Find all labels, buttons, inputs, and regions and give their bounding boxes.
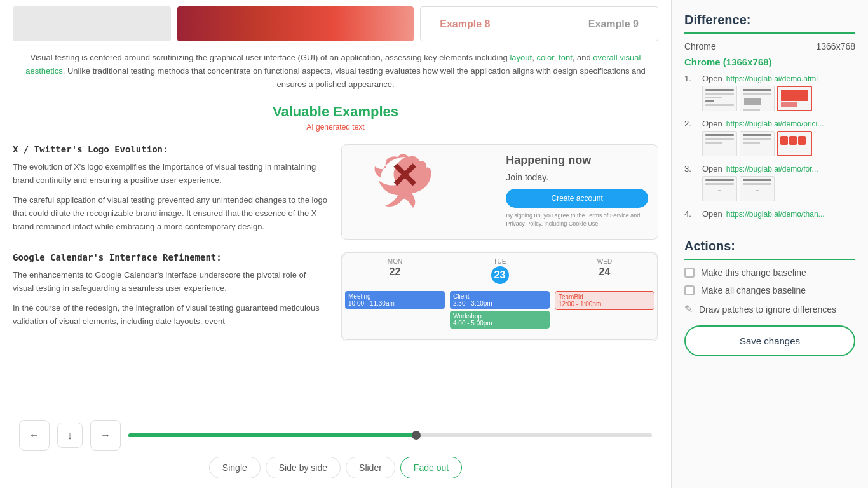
tab-slider[interactable]: Slider	[346, 457, 395, 478]
diff-item-3: 3. Open https://buglab.ai/demo/for... – …	[684, 164, 855, 201]
diff-open-btn-1[interactable]: Open	[702, 74, 722, 83]
diff-open-btn-2[interactable]: Open	[702, 119, 722, 128]
progress-bar-fill	[128, 433, 416, 437]
make-change-baseline-checkbox[interactable]	[684, 268, 695, 278]
tab-fade-out[interactable]: Fade out	[400, 457, 462, 478]
right-panel: Difference: Chrome 868x488 Chrome (1366…	[671, 0, 868, 488]
save-changes-button[interactable]: Save changes	[684, 325, 855, 356]
terms-text: By signing up, you agree to the Terms of…	[506, 212, 648, 227]
diff-resolution-value: 868x488	[816, 41, 855, 51]
diff-thumb-row-3: – –	[702, 176, 855, 201]
x-twitter-visual: ✕ Happening now Join today. Create accou…	[341, 144, 658, 240]
example8-label: Example 8	[440, 18, 490, 30]
google-calendar-section: Google Calendar's Interface Refinement: …	[13, 252, 658, 341]
diff-browser-title: Chrome (868x488)	[684, 57, 855, 67]
cal-client-event[interactable]: Client 2:30 - 3:10pm	[450, 291, 550, 309]
diff-link-2[interactable]: https://buglab.ai/demo/prici...	[726, 119, 824, 128]
patch-row: ✎ Draw patches to ignore differences	[684, 303, 855, 315]
nav-right-btn[interactable]: →	[90, 420, 121, 451]
google-calendar-title: Google Calendar's Interface Refinement:	[13, 252, 329, 262]
cal-client-title: Client	[453, 293, 546, 300]
calendar-widget: MON 22 TUE 23 WED 24	[342, 254, 658, 340]
progress-bar-track[interactable]	[128, 433, 652, 437]
cal-wed-num: 24	[556, 266, 653, 278]
twitter-right-panel: Happening now Join today. Create account…	[506, 154, 648, 227]
create-account-button[interactable]: Create account	[506, 189, 648, 208]
x-twitter-para1: The evolution of X's logo exemplifies th…	[13, 161, 329, 187]
bottom-controls: ← ↓ → Single Side by side Slider Fade ou…	[0, 410, 671, 488]
cal-teambld-event[interactable]: TeamBld 12:00 - 1:00pm	[555, 291, 654, 310]
google-calendar-visual: MON 22 TUE 23 WED 24	[341, 252, 658, 341]
cal-mon-events: Meeting 10:00 - 11:30am	[342, 288, 447, 339]
make-change-baseline-label: Make this change baseline	[701, 268, 806, 278]
x-twitter-text: X / Twitter's Logo Evolution: The evolut…	[13, 144, 329, 240]
diff-item-1-content: Open https://buglab.ai/demo.html	[702, 74, 855, 111]
cal-client-time: 2:30 - 3:10pm	[453, 300, 546, 307]
x-twitter-title: X / Twitter's Logo Evolution:	[13, 144, 329, 154]
color-link[interactable]: color	[536, 53, 553, 62]
diff-open-btn-3[interactable]: Open	[702, 164, 722, 173]
cal-meeting-event[interactable]: Meeting 10:00 - 11:30am	[345, 291, 445, 309]
diff-thumb-2a[interactable]	[702, 131, 737, 156]
cal-wed-events: TeamBld 12:00 - 1:00pm	[552, 288, 657, 339]
nav-down-btn[interactable]: ↓	[57, 423, 83, 448]
example9-label: Example 9	[588, 18, 639, 30]
twitter-combined-logo: ✕ Happening now Join today. Create accou…	[342, 147, 658, 236]
font-link[interactable]: font	[559, 53, 573, 62]
google-calendar-text: Google Calendar's Interface Refinement: …	[13, 252, 329, 341]
diff-thumb-1c[interactable]	[777, 86, 812, 111]
diff-browser-label: Chrome	[684, 41, 716, 51]
checkbox-row-1: Make this change baseline	[684, 268, 855, 278]
diff-item-2: 2. Open https://buglab.ai/demo/prici...	[684, 119, 855, 156]
diff-item-1-num: 1.	[684, 74, 697, 83]
cal-workshop-time: 4:00 - 5:00pm	[453, 320, 546, 327]
diff-item-3-num: 3.	[684, 164, 697, 173]
cal-tue-name: TUE	[451, 258, 548, 265]
cal-teambld-time: 12:00 - 1:00pm	[559, 301, 651, 308]
difference-title: Difference:	[684, 13, 855, 34]
header-examples-img: Example 8 Example 9	[420, 6, 658, 41]
diff-item-2-num: 2.	[684, 119, 697, 128]
google-calendar-para1: The enhancements to Google Calendar's in…	[13, 269, 329, 295]
header-placeholder-img	[13, 6, 171, 41]
layout-link[interactable]: layout	[510, 53, 532, 62]
join-today-text: Join today.	[506, 172, 648, 182]
make-all-changes-baseline-checkbox[interactable]	[684, 285, 695, 295]
diff-thumb-row-2	[702, 131, 855, 156]
google-calendar-para2: In the course of the redesign, the integ…	[13, 302, 329, 329]
description-paragraph: Visual testing is centered around scruti…	[13, 51, 658, 91]
cal-event-title: Meeting	[348, 293, 442, 300]
diff-link-3[interactable]: https://buglab.ai/demo/for...	[726, 165, 818, 173]
diff-thumb-3a[interactable]: –	[702, 176, 737, 201]
calendar-events: Meeting 10:00 - 11:30am Client 2:30 - 3:…	[342, 288, 657, 339]
diff-thumb-1a[interactable]	[702, 86, 737, 111]
cal-teambld-title: TeamBld	[559, 294, 651, 301]
actions-title: Actions:	[684, 239, 855, 260]
cal-workshop-event[interactable]: Workshop 4:00 - 5:00pm	[450, 311, 550, 329]
diff-item-3-content: Open https://buglab.ai/demo/for... – –	[702, 164, 855, 201]
cal-mon-name: MON	[346, 258, 444, 265]
tab-single[interactable]: Single	[209, 457, 261, 478]
diff-browser-row: Chrome 868x488	[684, 41, 855, 51]
header-images-row: Example 8 Example 9	[13, 6, 658, 41]
diff-thumb-2b[interactable]	[740, 131, 775, 156]
header-red-img	[177, 6, 414, 41]
nav-left-btn[interactable]: ←	[19, 420, 50, 451]
calendar-header: MON 22 TUE 23 WED 24	[342, 254, 657, 288]
x-twitter-section: X / Twitter's Logo Evolution: The evolut…	[13, 144, 658, 240]
diff-thumb-1b[interactable]	[740, 86, 775, 111]
tab-side-by-side[interactable]: Side by side	[266, 457, 341, 478]
happening-now-text: Happening now	[506, 154, 648, 167]
cal-tue-events: Client 2:30 - 3:10pm Workshop 4:00 - 5:0…	[447, 288, 552, 339]
diff-link-1[interactable]: https://buglab.ai/demo.html	[726, 74, 818, 83]
x-logo-text: ✕	[390, 159, 419, 194]
checkbox-row-2: Make all changes baseline	[684, 285, 855, 295]
diff-link-4[interactable]: https://buglab.ai/demo/than...	[726, 210, 825, 219]
diff-open-btn-4[interactable]: Open	[702, 209, 722, 219]
view-tabs-row: Single Side by side Slider Fade out	[13, 457, 658, 478]
diff-thumb-2c[interactable]	[777, 131, 812, 156]
cal-event-time: 10:00 - 11:30am	[348, 300, 442, 307]
diff-thumb-3b[interactable]: –	[740, 176, 775, 201]
diff-item-4-content: Open https://buglab.ai/demo/than...	[702, 209, 855, 219]
difference-section: Difference: Chrome 868x488 Chrome (1366…	[684, 13, 855, 226]
